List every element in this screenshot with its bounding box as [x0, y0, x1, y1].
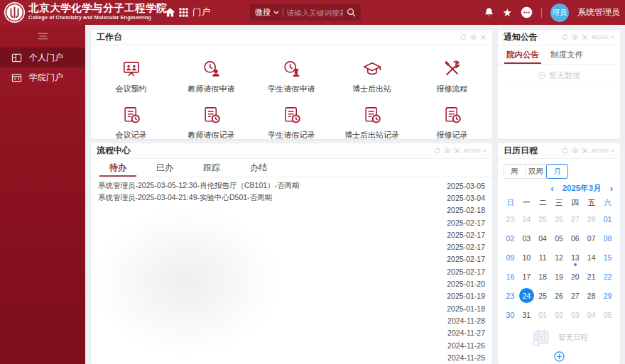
calendar-day[interactable]: 26 [551, 209, 567, 228]
process-tab-1[interactable]: 已办 [152, 159, 178, 177]
sidebar-collapse-icon[interactable] [0, 25, 85, 42]
refresh-icon[interactable] [562, 148, 568, 154]
process-row[interactable]: 2025-02-17 [91, 216, 492, 228]
calendar-day[interactable]: 14 [583, 248, 599, 267]
prev-month-icon[interactable]: ‹ [550, 184, 553, 193]
workbench-app-teacher-leave-records[interactable]: 教师请假记录 [171, 100, 251, 146]
refresh-icon[interactable] [460, 34, 467, 40]
workbench-app-repair-records[interactable]: 报修记录 [412, 100, 492, 146]
calendar-day[interactable]: 23 [502, 286, 518, 305]
favorites-star-icon[interactable]: ★ [503, 7, 512, 18]
calendar-day[interactable]: 08 [599, 228, 616, 248]
more-link[interactable]: MORE » [592, 148, 614, 154]
search-engine-select[interactable]: 微搜 [255, 7, 279, 18]
sidebar-item-college-portal[interactable]: 学院门户 [0, 67, 85, 87]
calendar-day[interactable]: 16 [502, 267, 518, 286]
calendar-day[interactable]: 27 [567, 286, 583, 305]
close-icon[interactable] [480, 34, 487, 40]
calendar-day[interactable]: 27 [567, 209, 583, 228]
calendar-day[interactable]: 03 [567, 305, 583, 324]
close-icon[interactable] [454, 148, 460, 154]
settings-gear-icon[interactable] [444, 148, 450, 154]
close-icon[interactable] [582, 148, 588, 154]
workbench-app-teacher-leave-apply[interactable]: 教师请假申请 [171, 54, 251, 100]
avatar[interactable]: 理员 [550, 4, 569, 22]
search-input[interactable] [287, 9, 343, 17]
workbench-app-meeting-records[interactable]: 会议记录 [91, 100, 171, 146]
refresh-icon[interactable] [434, 148, 440, 154]
close-icon[interactable] [582, 34, 588, 40]
calendar-day[interactable]: 06 [567, 228, 583, 248]
calendar-view-tab-2[interactable]: 月 [546, 164, 568, 179]
process-row[interactable]: 2024-11-26 [91, 339, 492, 351]
calendar-day[interactable]: 28 [583, 209, 599, 228]
process-row[interactable]: 2025-02-17 [91, 253, 492, 265]
calendar-day[interactable]: 18 [535, 267, 551, 286]
calendar-day[interactable]: 25 [535, 286, 551, 305]
calendar-day[interactable]: 09 [502, 248, 518, 267]
more-link[interactable]: MORE » [464, 148, 487, 154]
calendar-day[interactable]: 24 [518, 209, 535, 228]
calendar-day[interactable]: 23 [502, 209, 518, 228]
portal-menu-button[interactable]: 门户 [179, 5, 210, 19]
sidebar-item-personal-portal[interactable]: 个人门户 [0, 48, 85, 67]
workbench-app-student-leave-records[interactable]: 学生请假记录 [251, 100, 332, 146]
calendar-day[interactable]: 01 [535, 305, 551, 324]
workbench-app-repair-flow[interactable]: 报修流程 [412, 54, 492, 100]
workbench-app-postdoc-exit[interactable]: 博士后出站 [332, 54, 412, 100]
process-tab-0[interactable]: 待办 [105, 159, 131, 177]
calendar-day[interactable]: 21 [583, 267, 599, 286]
process-row[interactable]: 系统管理员-2025-03-05-12:30-肖伦报告厅（CB101）-否周期2… [91, 180, 492, 192]
next-month-icon[interactable]: › [610, 184, 613, 193]
home-icon[interactable] [164, 6, 176, 18]
process-tab-2[interactable]: 跟踪 [199, 159, 224, 177]
calendar-day[interactable]: 31 [518, 305, 535, 324]
calendar-day[interactable]: 26 [551, 286, 567, 305]
calendar-day[interactable]: 13 [567, 248, 583, 267]
workbench-app-postdoc-exit-records[interactable]: 博士后出站记录 [332, 100, 412, 146]
calendar-day[interactable]: 24 [518, 286, 535, 305]
calendar-day[interactable]: 05 [599, 305, 616, 324]
user-name[interactable]: 系统管理员 [577, 6, 620, 18]
settings-gear-icon[interactable] [572, 148, 578, 154]
workbench-app-student-leave-apply[interactable]: 学生请假申请 [251, 54, 332, 100]
calendar-day[interactable]: 01 [599, 209, 616, 228]
calendar-day[interactable]: 17 [518, 267, 535, 286]
calendar-day[interactable]: 28 [583, 286, 599, 305]
calendar-day[interactable]: 30 [502, 305, 518, 324]
process-row[interactable]: 2024-11-25 [91, 351, 492, 363]
notice-tab-1[interactable]: 制度文件 [550, 45, 583, 64]
calendar-day[interactable]: 04 [583, 305, 599, 324]
calendar-day[interactable]: 02 [502, 228, 518, 248]
calendar-day[interactable]: 29 [599, 286, 616, 305]
calendar-day[interactable]: 03 [518, 228, 535, 248]
calendar-day[interactable]: 19 [551, 267, 567, 286]
process-row[interactable]: 2025-02-17 [91, 241, 492, 253]
process-row[interactable]: 2024-11-27 [91, 327, 492, 339]
settings-gear-icon[interactable] [572, 34, 578, 40]
refresh-icon[interactable] [562, 34, 568, 40]
add-schedule-icon[interactable] [554, 351, 565, 362]
process-row[interactable]: 2024-11-28 [91, 314, 492, 326]
process-row[interactable]: 系统管理员-2025-03-04-21:49-实验中心D501-否周期2025-… [91, 192, 492, 204]
process-row[interactable]: 2025-01-20 [91, 277, 492, 289]
process-row[interactable]: 2025-02-17 [91, 228, 492, 241]
settings-gear-icon[interactable] [470, 34, 477, 40]
process-tab-3[interactable]: 办结 [246, 159, 271, 177]
calendar-day[interactable]: 07 [583, 228, 599, 248]
calendar-day[interactable]: 15 [599, 248, 616, 267]
calendar-day[interactable]: 25 [535, 209, 551, 228]
more-apps-icon[interactable] [521, 6, 533, 18]
calendar-day[interactable]: 05 [551, 228, 567, 248]
workbench-app-meeting-booking[interactable]: 会议预约 [91, 54, 171, 100]
calendar-day[interactable]: 11 [535, 248, 551, 267]
process-row[interactable]: 2025-01-19 [91, 290, 492, 302]
process-row[interactable]: 2025-02-18 [91, 204, 492, 216]
calendar-day[interactable]: 12 [551, 248, 567, 267]
more-link[interactable]: MORE » [592, 34, 614, 40]
bell-icon[interactable] [484, 7, 494, 18]
calendar-day[interactable]: 02 [551, 305, 567, 324]
calendar-day[interactable]: 04 [535, 228, 551, 248]
calendar-day[interactable]: 20 [567, 267, 583, 286]
calendar-day[interactable]: 10 [518, 248, 535, 267]
